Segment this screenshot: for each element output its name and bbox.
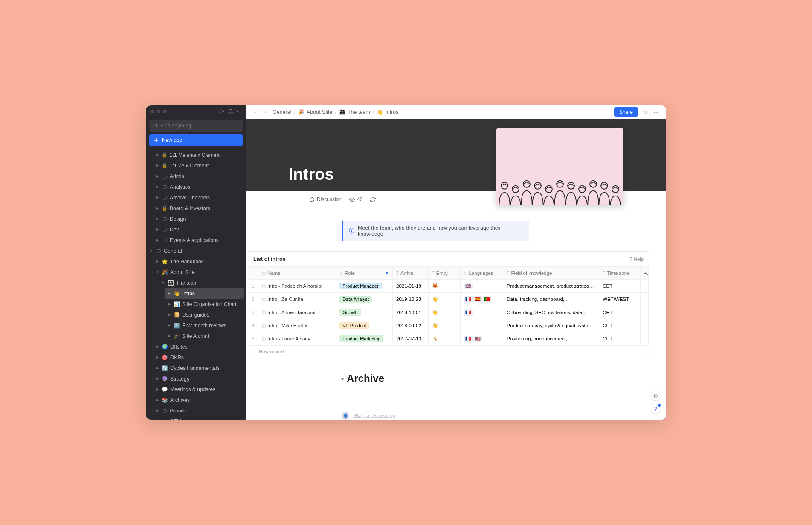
name-cell[interactable]: ▢Intro - Ze Cunha — [258, 293, 336, 306]
chevron-icon[interactable] — [155, 164, 160, 167]
chevron-icon[interactable] — [155, 419, 160, 420]
chevron-icon[interactable] — [167, 323, 171, 327]
sidebar-item[interactable]: ▢Admin — [146, 171, 246, 182]
field-cell[interactable]: Product management, product strategy, us… — [503, 280, 599, 293]
table-row[interactable]: 3▢Intro - Adrien TaravantGrowth2018-10-0… — [248, 306, 649, 319]
sidebar-item[interactable]: ⭐The Handbook — [146, 256, 246, 267]
arrival-cell[interactable]: 2018-09-02 — [393, 319, 429, 332]
new-doc-button[interactable]: New doc — [149, 134, 243, 146]
breadcrumb-item[interactable]: General — [273, 109, 291, 115]
sidebar-item[interactable]: 📚Archives — [146, 395, 246, 405]
chevron-icon[interactable] — [155, 270, 160, 274]
role-cell[interactable]: Growth — [336, 306, 393, 319]
nav-forward[interactable]: › — [261, 109, 269, 115]
chevron-icon[interactable] — [155, 377, 160, 381]
role-cell[interactable]: Product Marketing — [336, 332, 393, 346]
new-record-button[interactable]: + New record — [248, 345, 649, 358]
refresh-button[interactable] — [370, 197, 376, 202]
sidebar-item[interactable]: 🎯OKRs — [146, 352, 246, 363]
help-button[interactable]: ? — [651, 404, 660, 414]
breadcrumb-item[interactable]: 👋Intros — [377, 109, 398, 115]
sidebar-item[interactable]: 🔄Cycles Fundamentals — [146, 363, 246, 373]
timezone-cell[interactable]: CET — [599, 306, 640, 319]
table-row[interactable]: 1▢Intro - Fadeelah AlhoraibiProduct Mana… — [248, 280, 649, 293]
timezone-cell[interactable]: CET — [599, 332, 640, 346]
sidebar-item[interactable]: 📊Slite Organisation Chart — [146, 299, 246, 309]
chevron-icon[interactable] — [155, 345, 160, 349]
arrival-cell[interactable]: 2019-10-23 — [393, 293, 429, 306]
chevron-icon[interactable] — [167, 291, 171, 295]
chevron-icon[interactable] — [155, 409, 160, 412]
timezone-cell[interactable]: CET — [599, 280, 640, 293]
sidebar-item[interactable]: 🎉About Slite — [146, 267, 246, 277]
languages-cell[interactable]: 🇬🇧 — [460, 280, 503, 293]
chevron-icon[interactable] — [155, 185, 160, 189]
column-header-role[interactable]: ◇Role▼ — [336, 267, 393, 280]
collapse-sidebar-icon[interactable] — [236, 108, 242, 114]
search-input[interactable] — [149, 120, 243, 132]
field-cell[interactable]: Positioning, announcement,.. — [503, 332, 599, 346]
chevron-icon[interactable] — [155, 366, 160, 370]
archive-heading[interactable]: ▸ Archive — [342, 372, 666, 384]
timezone-cell[interactable]: WET/WEST — [599, 293, 640, 306]
sidebar-item[interactable]: 💬Meetings & updates — [146, 384, 246, 395]
table-row[interactable]: 2▢Intro - Ze CunhaData Analyst2019-10-23… — [248, 293, 649, 306]
column-header-languages[interactable]: ◇Languages — [460, 267, 503, 280]
emoji-cell[interactable]: 👋 — [428, 293, 460, 306]
column-header-field[interactable]: TField of knowledge — [503, 267, 599, 280]
search-field[interactable] — [160, 123, 239, 129]
sidebar-item[interactable]: 🌍Offsites — [146, 341, 246, 352]
sidebar-item[interactable]: ▢Archive Channels — [146, 192, 246, 203]
emoji-cell[interactable]: 👋 — [428, 306, 460, 319]
languages-cell[interactable]: 🇫🇷 — [460, 306, 503, 319]
sidebar-item[interactable]: 🎓Slite Alumni — [146, 331, 246, 341]
sidebar-item[interactable]: ▢Growth — [146, 405, 246, 416]
chevron-icon[interactable] — [167, 334, 171, 338]
maximize-window[interactable] — [163, 110, 167, 113]
name-cell[interactable]: ▢Intro - Mike Bartlett — [258, 319, 336, 332]
chevron-icon[interactable] — [155, 228, 160, 231]
table-row[interactable]: 4▢Intro - Mike BartlettVP Product2018-09… — [248, 319, 649, 332]
sidebar-item[interactable]: 🔒1:1 Mélanie x Clément — [146, 150, 246, 160]
sidebar-item[interactable]: 1️⃣First month reviews — [146, 320, 246, 331]
sidebar-item[interactable]: ▢Analytics — [146, 182, 246, 192]
chevron-icon[interactable] — [155, 260, 160, 263]
emoji-picker-button[interactable]: ◐ — [651, 391, 660, 400]
filter-icon[interactable]: ▼ — [385, 271, 389, 275]
chevron-icon[interactable] — [161, 281, 165, 285]
sidebar-item[interactable]: ▢Design — [146, 213, 246, 224]
star-icon[interactable]: ☆ — [641, 109, 649, 115]
tag-icon[interactable] — [219, 108, 225, 114]
chevron-icon[interactable] — [155, 217, 160, 221]
chevron-icon[interactable] — [155, 355, 160, 359]
more-icon[interactable]: ⋯ — [652, 109, 660, 115]
chevron-icon[interactable] — [155, 153, 160, 157]
sidebar-item[interactable]: ▢Dev — [146, 224, 246, 235]
close-window[interactable] — [150, 110, 154, 113]
views-count[interactable]: 40 — [349, 196, 362, 202]
field-cell[interactable]: Product strategy, cycle & squad systems,… — [503, 319, 599, 332]
discussion-link[interactable]: Discussion — [309, 196, 342, 202]
column-header-emoji[interactable]: TEmoji — [428, 267, 460, 280]
name-cell[interactable]: ▢Intro - Laure Albouy — [258, 332, 336, 346]
name-cell[interactable]: ▢Intro - Fadeelah Alhoraibi — [258, 280, 336, 293]
sidebar-item[interactable]: 👨‍👩‍👧The team — [146, 277, 246, 288]
table-row[interactable]: 5▢Intro - Laure AlbouyProduct Marketing2… — [248, 332, 649, 346]
sidebar-item[interactable]: 🔮Strategy — [146, 373, 246, 384]
emoji-cell[interactable]: 🤸 — [428, 332, 460, 346]
name-cell[interactable]: ▢Intro - Adrien Taravant — [258, 306, 336, 319]
role-cell[interactable]: VP Product — [336, 319, 393, 332]
chevron-icon[interactable] — [167, 313, 171, 317]
breadcrumb-item[interactable]: 👨‍👩‍👧The team — [339, 109, 370, 115]
breadcrumb-item[interactable]: 🎉About Slite — [298, 109, 332, 115]
field-cell[interactable]: Data, tracking, dashboard,.. — [503, 293, 599, 306]
bell-icon[interactable] — [227, 108, 233, 114]
languages-cell[interactable]: 🇫🇷🇺🇸 — [460, 332, 503, 346]
chevron-icon[interactable] — [155, 398, 160, 402]
minimize-window[interactable] — [157, 110, 160, 113]
chevron-icon[interactable] — [167, 302, 171, 306]
column-header-name[interactable]: ▢Name — [258, 267, 336, 280]
chevron-icon[interactable] — [155, 206, 160, 210]
arrival-cell[interactable]: 2017-07-10 — [393, 332, 429, 346]
arrival-cell[interactable]: 2021-01-18 — [393, 280, 429, 293]
